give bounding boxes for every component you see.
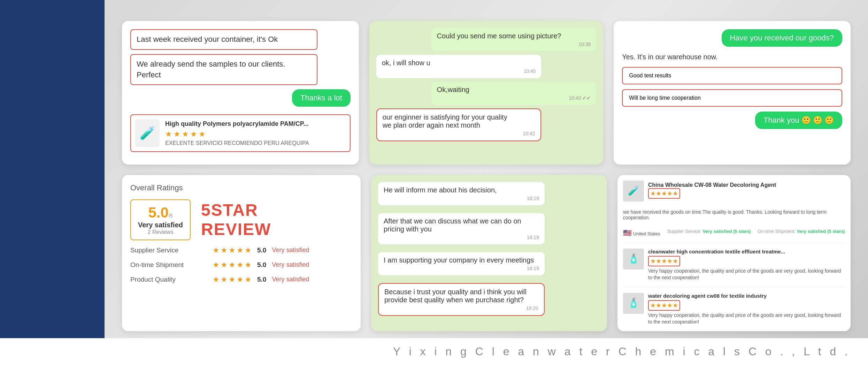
rating-stars-2: ★★★★★	[213, 260, 252, 269]
c3-box-2: Will be long time cooperation	[622, 89, 842, 107]
review1-ontime: On-time Shipment: Very satisfied (5 star…	[758, 229, 845, 237]
score-label: Very satisfied	[138, 221, 183, 229]
review-item-3: 🧴 water decoloring agent cw08 for textil…	[623, 293, 845, 326]
company-name: Y i x i n g C l e a n w a t e r C h e m …	[17, 345, 851, 358]
five-star-line2: REVIEW	[201, 220, 271, 239]
rating-satisfied-3: Very satisfied	[272, 276, 309, 283]
c5-time-3: 16:19	[384, 266, 539, 271]
review-item-2: 🧴 cleanwater high concentration textile …	[623, 249, 845, 281]
main-content: Last week received your container, it's …	[0, 0, 868, 338]
good-test-text: Good test results	[629, 73, 835, 79]
rating-score-2: 5.0	[257, 261, 266, 269]
review1-supplier-service: Supplier Service: Very satisfied (5 star…	[667, 229, 751, 237]
product-image: 🧪	[135, 119, 160, 147]
rating-label-2: On-time Shipment	[130, 261, 207, 269]
card-whatsapp-1: Could you send me some using picture? 10…	[369, 21, 604, 165]
review3-stars: ★★★★★	[648, 300, 680, 311]
ratings-title: Overall Ratings	[130, 183, 352, 192]
review3-text: Very happy cooperation, the quality and …	[648, 312, 845, 326]
chat-bubble-1: Last week received your container, it's …	[130, 29, 317, 50]
review-header-info: China Wholesale CW-08 Water Decoloring A…	[648, 182, 776, 200]
c5-recv-1: He will inform me about his decision, 16…	[378, 182, 545, 205]
review2-text: Very happy cooperation, the quality and …	[648, 268, 845, 281]
five-star-block: 5STAR REVIEW	[201, 200, 271, 239]
card-whatsapp-2: He will inform me about his decision, 16…	[371, 175, 607, 331]
wa-time-4: 10:42	[383, 131, 535, 136]
stars-row: ★ ★ ★ ★ ★	[165, 130, 346, 139]
star-2: ★	[174, 130, 180, 139]
star-5: ★	[199, 130, 206, 139]
top-cards-row: Last week received your container, it's …	[122, 21, 851, 165]
review3-content: water decoloring agent cw08 for textile …	[648, 293, 845, 326]
rating-row-2: On-time Shipment ★★★★★ 5.0 Very satisfie…	[130, 260, 352, 269]
c5-time-2: 16:19	[384, 235, 539, 240]
review1-supplier: 🇺🇸 United States Supplier Service: Very …	[623, 229, 845, 237]
c5-recv-3: I am supporting your company in every me…	[378, 252, 545, 275]
star-1: ★	[165, 130, 172, 139]
star-3: ★	[182, 130, 189, 139]
cooperation-text: Will be long time cooperation	[629, 95, 835, 101]
card-product-reviews: 🧪 China Wholesale CW-08 Water Decoloring…	[617, 175, 851, 331]
chat-bubble-2: We already send the samples to our clien…	[130, 54, 317, 85]
rating-label-3: Product Quality	[130, 276, 207, 283]
review3-product: water decoloring agent cw08 for textile …	[648, 293, 845, 299]
wa-time-2: 10:40	[382, 68, 536, 74]
card-product-review: Last week received your container, it's …	[122, 21, 359, 165]
review1-text: we have received the goods on time.The q…	[623, 209, 845, 220]
product-section: 🧪 High quality Polymers polyacrylamide P…	[130, 114, 351, 152]
product-title: High quality Polymers polyacrylamide PAM…	[165, 120, 346, 128]
score-box: 5.0/5 Very satisfied 2 Reviews	[130, 199, 191, 240]
review-img-2: 🧴	[623, 249, 644, 269]
bottom-cards-row: Overall Ratings 5.0/5 Very satisfied 2 R…	[122, 175, 851, 331]
wa-sent-2: Ok,waiting 10:40 ✔✔	[431, 82, 597, 105]
left-sidebar	[0, 0, 105, 338]
product-subtitle: EXELENTE SERVICIO RECOMIENDO PERU AREQUI…	[165, 140, 346, 146]
product-info: High quality Polymers polyacrylamide PAM…	[165, 120, 346, 146]
product-icon: 🧪	[140, 126, 155, 140]
rating-score-3: 5.0	[257, 276, 266, 283]
rating-score-1: 5.0	[257, 246, 266, 254]
rating-stars-3: ★★★★★	[213, 275, 252, 284]
score-display: 5.0/5	[138, 204, 183, 221]
score-reviews: 2 Reviews	[138, 229, 183, 235]
footer: Y i x i n g C l e a n w a t e r C h e m …	[0, 338, 868, 365]
review-main-stars: ★★★★★	[648, 188, 680, 199]
review2-product: cleanwater high concentration textile ef…	[648, 249, 845, 254]
c3-sent: Have you received our goods?	[722, 29, 842, 47]
score-number: 5.0	[148, 204, 168, 221]
review2-content: cleanwater high concentration textile ef…	[648, 249, 845, 281]
cards-area: Last week received your container, it's …	[105, 0, 868, 338]
wa-sent-1: Could you send me some using picture? 10…	[431, 28, 597, 51]
review-header-title: China Wholesale CW-08 Water Decoloring A…	[648, 182, 776, 188]
rating-row-3: Product Quality ★★★★★ 5.0 Very satisfied	[130, 275, 352, 284]
wa-time-3: 10:40 ✔✔	[437, 95, 591, 101]
c5-recv-highlighted: Because i trust your quality and i think…	[378, 283, 545, 316]
card-ratings: Overall Ratings 5.0/5 Very satisfied 2 R…	[122, 175, 361, 331]
card-good-test: Have you received our goods? Yes. It's i…	[614, 21, 851, 165]
ratings-main: 5.0/5 Very satisfied 2 Reviews 5STAR REV…	[130, 199, 352, 240]
review-img-3: 🧴	[623, 293, 644, 314]
rating-row-1: Supplier Service ★★★★★ 5.0 Very satisfie…	[130, 246, 352, 255]
review-img-main: 🧪	[623, 181, 644, 201]
review2-stars: ★★★★★	[648, 256, 680, 266]
score-sub: /5	[169, 213, 173, 219]
c3-recv-1: Yes. It's in our warehouse now.	[622, 52, 842, 62]
rating-label-1: Supplier Service	[130, 246, 207, 254]
c5-recv-2: After that we can discuss what we can do…	[378, 213, 545, 244]
rating-stars-1: ★★★★★	[213, 246, 252, 255]
rating-satisfied-1: Very satisfied	[272, 246, 309, 254]
review1-country: 🇺🇸 United States	[623, 229, 660, 237]
five-star-line1: 5STAR	[201, 200, 271, 220]
wa-time-1: 10:39	[437, 41, 591, 47]
c3-box-1: Good test results	[622, 67, 842, 84]
rating-satisfied-2: Very satisfied	[272, 261, 309, 268]
wa-recv-highlighted: our enginner is satisfying for your qual…	[376, 108, 541, 141]
wa-recv-1: ok, i will show u 10:40	[376, 55, 541, 78]
c5-time-1: 16:19	[384, 196, 539, 201]
chat-bubble-sent: Thanks a lot	[292, 89, 351, 107]
c5-time-4: 16:20	[384, 305, 538, 311]
star-4: ★	[190, 130, 197, 139]
c3-thank: Thank you 🙂 🙂 🙂	[755, 112, 842, 129]
